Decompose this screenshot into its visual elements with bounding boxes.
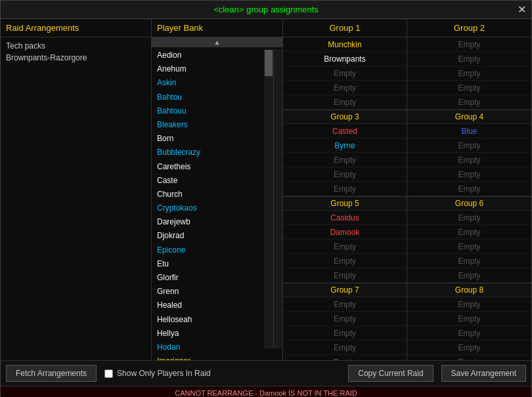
groups-panel: Group 1 Group 2 Munchkin Brownpants Empt… <box>283 19 531 360</box>
list-item[interactable]: Askin <box>152 76 282 90</box>
group-slot[interactable]: Empty <box>407 297 531 312</box>
group1-column: Munchkin Brownpants Empty Empty Empty <box>283 37 407 110</box>
player-panel-header: Player Bank <box>152 19 282 37</box>
scrollbar-up-button[interactable]: ▲ <box>152 37 282 47</box>
group5-label: Group 5 <box>283 196 407 211</box>
group-slot[interactable]: Empty <box>407 240 531 254</box>
list-item[interactable]: Caste <box>152 174 282 188</box>
raid-panel-header: Raid Arrangements <box>1 19 151 37</box>
group-slot[interactable]: Blue <box>407 124 531 138</box>
list-item[interactable]: Bahtouu <box>152 104 282 118</box>
checkbox-label: Show Only Players In Raid <box>117 369 211 378</box>
list-item[interactable]: Aedion <box>152 49 282 62</box>
group2-header: Group 2 <box>407 19 531 37</box>
group-slot[interactable]: Casted <box>283 124 407 138</box>
group-slot[interactable]: Empty <box>283 240 407 254</box>
group-slot[interactable]: Empty <box>407 268 531 283</box>
copy-current-raid-button[interactable]: Copy Current Raid <box>348 365 433 382</box>
group-slot[interactable]: Empty <box>407 312 531 326</box>
group-slot[interactable]: Empty <box>407 182 531 196</box>
player-list: Aedion Anehum Askin Bahtou Bahtouu Bleak… <box>152 47 282 360</box>
group-slot[interactable]: Empty <box>283 297 407 312</box>
list-item[interactable]: Epicone <box>152 243 282 257</box>
group-slot[interactable]: Empty <box>283 355 407 360</box>
list-item[interactable]: Anehum <box>152 62 282 76</box>
list-item[interactable]: Bahtou <box>152 91 282 104</box>
group-slot[interactable]: Empty <box>283 326 407 341</box>
list-item[interactable]: Healed <box>152 299 282 312</box>
scrollbar-thumb[interactable] <box>265 50 273 76</box>
group-slot[interactable]: Empty <box>407 254 531 268</box>
group-slot[interactable]: Empty <box>407 225 531 240</box>
list-item[interactable]: Bleakers <box>152 118 282 132</box>
list-item[interactable]: Grenn <box>152 285 282 299</box>
group-slot[interactable]: Casidus <box>283 211 407 225</box>
list-item[interactable]: Caretheis <box>152 160 282 174</box>
group7-label: Group 7 <box>283 283 407 297</box>
group2-column: Empty Empty Empty Empty Empty <box>407 37 531 110</box>
status-bar: CANNOT REARRANGE - Damook IS NOT IN THE … <box>1 386 531 397</box>
list-item[interactable]: Imarigger <box>152 354 282 360</box>
group4-column: Blue Empty Empty Empty Empty <box>407 124 531 196</box>
list-item[interactable]: Hodan <box>152 341 282 354</box>
group-slot[interactable]: Empty <box>407 138 531 153</box>
group-slot[interactable]: Empty <box>283 81 407 95</box>
list-item[interactable]: Etu <box>152 257 282 271</box>
player-list-container: ▲ Aedion Anehum Askin Bahtou Bahtouu Ble… <box>152 37 282 360</box>
window-title: <clean> group assignments <box>213 5 319 14</box>
list-item[interactable]: Djokrad <box>152 229 282 243</box>
status-message: CANNOT REARRANGE - Damook IS NOT IN THE … <box>175 389 357 397</box>
group-slot[interactable]: Empty <box>407 37 531 52</box>
list-item[interactable]: Tech packs <box>6 40 146 52</box>
group-slot[interactable]: Empty <box>283 254 407 268</box>
group-slot[interactable]: Empty <box>407 66 531 81</box>
list-item[interactable]: Helloseah <box>152 313 282 327</box>
list-item[interactable]: Hellya <box>152 327 282 341</box>
group8-label: Group 8 <box>407 283 531 297</box>
group-slot[interactable]: Empty <box>283 95 407 110</box>
group-slot[interactable]: Munchkin <box>283 37 407 52</box>
group-slot[interactable]: Brownpants <box>283 52 407 66</box>
group-slot[interactable]: Empty <box>407 167 531 182</box>
group-slot[interactable]: Empty <box>283 66 407 81</box>
group-slot[interactable]: Empty <box>407 153 531 167</box>
group-slot[interactable]: Damook <box>283 225 407 240</box>
list-item[interactable]: Bubblecrazy <box>152 146 282 159</box>
player-panel: Player Bank ▲ Aedion Anehum Askin Bahtou… <box>152 19 283 360</box>
group-slot[interactable]: Empty <box>407 81 531 95</box>
group-slot[interactable]: Empty <box>407 52 531 66</box>
group7-column: Empty Empty Empty Empty Empty <box>283 297 407 360</box>
group1-header: Group 1 <box>283 19 407 37</box>
list-item[interactable]: Glorfir <box>152 271 282 285</box>
fetch-arrangements-button[interactable]: Fetch Arrangements <box>6 365 97 382</box>
show-only-in-raid-checkbox[interactable] <box>104 369 113 378</box>
list-item[interactable]: Darejewb <box>152 215 282 229</box>
group-slot[interactable]: Empty <box>407 355 531 360</box>
group8-column: Empty Empty Empty Empty Empty <box>407 297 531 360</box>
group-slot[interactable]: Empty <box>407 211 531 225</box>
list-item[interactable]: Cryptokaos <box>152 201 282 215</box>
close-button[interactable]: ✕ <box>518 5 526 15</box>
save-arrangement-button[interactable]: Save Arrangement <box>441 365 526 382</box>
group-slot[interactable]: Empty <box>407 326 531 341</box>
group-slot[interactable]: Empty <box>283 341 407 355</box>
main-window: <clean> group assignments ✕ Raid Arrange… <box>0 0 532 397</box>
checkbox-wrapper: Show Only Players In Raid <box>104 369 340 378</box>
group-slot[interactable]: Empty <box>283 268 407 283</box>
list-item[interactable]: Born <box>152 132 282 146</box>
group-slot[interactable]: Empty <box>407 341 531 355</box>
group-slot[interactable]: Empty <box>283 167 407 182</box>
scrollbar-track <box>264 49 273 348</box>
group-slot[interactable]: Empty <box>407 95 531 110</box>
raid-panel: Raid Arrangements Tech packs Brownpants-… <box>1 19 152 360</box>
group6-column: Empty Empty Empty Empty Empty <box>407 211 531 283</box>
group-slot[interactable]: Empty <box>283 312 407 326</box>
group6-label: Group 6 <box>407 196 531 211</box>
list-item[interactable]: Brownpants-Razorgore <box>6 52 146 64</box>
group-slot[interactable]: Byrne <box>283 138 407 153</box>
list-item[interactable]: Church <box>152 188 282 201</box>
scrollbar-rail <box>273 49 282 348</box>
group-slot[interactable]: Empty <box>283 153 407 167</box>
bottom-bar: Fetch Arrangements Show Only Players In … <box>1 360 531 386</box>
group-slot[interactable]: Empty <box>283 182 407 196</box>
